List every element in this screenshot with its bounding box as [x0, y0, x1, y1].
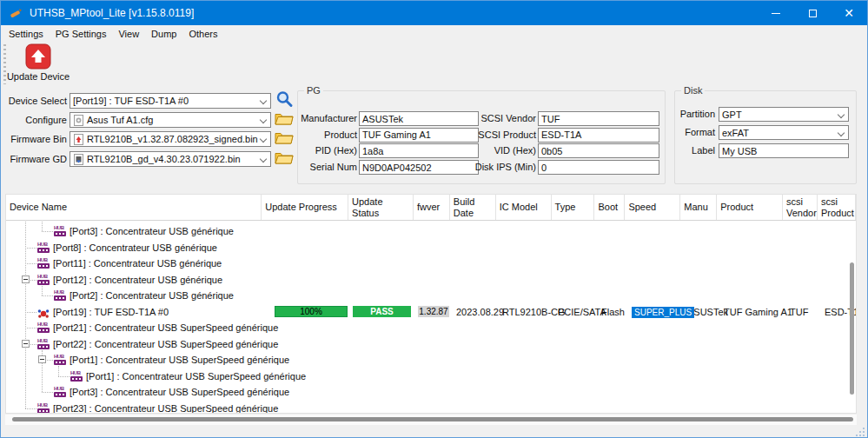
tree-row-port[interactable]: HUB[Port2] : Concentrateur USB générique [6, 288, 856, 303]
menu-item-view[interactable]: View [112, 27, 145, 41]
vertical-scrollbar[interactable] [850, 262, 854, 395]
pg-field-label: Disk IPS (Min) [475, 160, 536, 175]
browse-file-button[interactable] [274, 130, 295, 148]
chevron-down-icon [260, 156, 267, 163]
combo-value: [Port19] : TUF ESD-T1A #0 [73, 96, 189, 106]
column-header-build-date[interactable]: Build Date [450, 195, 496, 220]
cell-speed: SUPER_PLUS [632, 306, 694, 318]
pg-field-product[interactable] [359, 128, 479, 143]
pg-field-label: Serial Num [310, 160, 357, 175]
toolbar: Update Device [1, 42, 867, 87]
tree-expander-collapse[interactable] [22, 275, 30, 283]
tree-item-label: [Port3] : Concentrateur USB SuperSpeed g… [70, 384, 289, 400]
speed-badge: SUPER_PLUS [632, 307, 694, 318]
usb-hub-icon: HUB [54, 289, 68, 302]
tree-item-label: [Port22] : Concentrateur USB SuperSpeed … [53, 336, 278, 352]
horizontal-scrollbar[interactable] [5, 415, 857, 425]
pg-field-label: SCSI Vendor [480, 111, 536, 126]
combo-value: RTL9210B_v1.32.87.082923_signed.bin [87, 134, 258, 144]
tree-row-port[interactable]: HUB[Port22] : Concentrateur USB SuperSpe… [6, 336, 856, 352]
disk-select-partition[interactable]: GPT [719, 107, 849, 122]
cell-type: PCIE/SATA [558, 306, 606, 318]
tree-row-port[interactable]: HUB[Port11] : Concentrateur USB génériqu… [6, 256, 856, 271]
column-header-speed[interactable]: Speed [625, 195, 680, 220]
bin-file-icon [73, 134, 84, 145]
browse-file-button[interactable] [274, 111, 295, 129]
usb-hub-icon: HUB [70, 370, 84, 382]
resize-grip[interactable] [856, 428, 865, 436]
pg-field-serial-num[interactable] [359, 160, 479, 175]
pg-field-pid-hex-[interactable] [359, 143, 479, 158]
tree-row-port[interactable]: [Port19] : TUF ESD-T1A #0100%PASS1.32.87… [6, 304, 856, 320]
pg-field-scsi-product[interactable] [538, 128, 659, 143]
usb-hub-icon: HUB [37, 242, 51, 254]
column-header-scsi-vendor[interactable]: scsi Vendor [783, 195, 818, 220]
tree-connector [42, 231, 53, 232]
combo-value: exFAT [722, 128, 749, 138]
tree-row-port[interactable]: HUB[Port3] : Concentrateur USB générique [6, 223, 856, 239]
disk-field-label: Partition [680, 107, 715, 122]
combo-value: Asus Tuf A1.cfg [87, 115, 153, 125]
window-title: UTHSB_MPtool_Lite [v1.15.8.0119] [30, 7, 194, 19]
tree-row-port[interactable]: HUB[Port8] : Concentrateur USB générique [6, 240, 856, 256]
tree-row-port[interactable]: HUB[Port3] : Concentrateur USB SuperSpee… [6, 384, 856, 400]
maximize-button[interactable] [794, 1, 831, 25]
menu-item-others[interactable]: Others [182, 27, 223, 41]
menu-item-settings[interactable]: Settings [3, 27, 50, 41]
device-panel-label: Configure [6, 112, 67, 128]
combo-value: GPT [722, 110, 742, 120]
menu-item-dump[interactable]: Dump [145, 27, 182, 41]
browse-file-button[interactable] [274, 150, 295, 168]
chevron-down-icon [838, 111, 845, 118]
tree-expander-collapse[interactable] [22, 340, 30, 348]
column-header-update-progress[interactable]: Update Progress [262, 195, 348, 220]
pg-field-disk-ips-min-[interactable] [538, 160, 659, 175]
update-device-icon [23, 43, 53, 70]
menu-item-pg-settings[interactable]: PG Settings [50, 27, 113, 41]
combo-configure[interactable]: Asus Tuf A1.cfg [70, 112, 271, 128]
tree-row-port[interactable]: HUB[Port23] : Concentrateur USB SuperSpe… [6, 401, 856, 414]
minimize-button[interactable] [758, 1, 794, 25]
column-header-scsi-product[interactable]: scsi Product [818, 195, 856, 220]
tree-connector [42, 392, 53, 393]
combo-device-select[interactable]: [Port19] : TUF ESD-T1A #0 [70, 93, 271, 109]
pg-field-scsi-vendor[interactable] [538, 111, 659, 126]
tree-row-port[interactable]: HUB[Port12] : Concentrateur USB génériqu… [6, 272, 856, 288]
column-header-product[interactable]: Product [717, 195, 783, 220]
search-device-button[interactable] [274, 92, 295, 110]
cell-ic-model: RTL9210B-CG [502, 306, 566, 318]
horizontal-scrollbar-thumb[interactable] [12, 417, 853, 421]
pg-group-title: PG [304, 85, 323, 96]
pg-field-manufacturer[interactable] [359, 111, 479, 126]
tree-row-port[interactable]: HUB[Port1] : Concentrateur USB SuperSpee… [6, 352, 856, 368]
pg-field-vid-hex-[interactable] [538, 143, 659, 158]
tree-row-port[interactable]: HUB[Port1] : Concentrateur USB SuperSpee… [6, 368, 856, 384]
disk-select-format[interactable]: exFAT [719, 125, 849, 140]
combo-firmware-gd[interactable]: RTL9210B_gd_v4.30.23.071922.bin [70, 151, 271, 167]
tree-expander-collapse[interactable] [38, 355, 46, 363]
column-header-update-status[interactable]: Update Status [348, 195, 414, 220]
column-header-device-name[interactable]: Device Name [6, 195, 262, 220]
column-header-boot[interactable]: Boot [594, 195, 625, 220]
close-button[interactable]: ✕ [831, 1, 867, 25]
tree-item-label: [Port3] : Concentrateur USB générique [70, 223, 234, 239]
tree-connector [25, 408, 36, 409]
tree-connector [25, 328, 36, 328]
usb-hub-icon: HUB [37, 274, 51, 286]
config-file-icon [73, 115, 84, 126]
device-table: Device NameUpdate ProgressUpdate Statusf… [5, 194, 857, 414]
cell-scsi-vendor: TUF [790, 306, 808, 318]
tree-row-port[interactable]: HUB[Port21] : Concentrateur USB SuperSpe… [6, 320, 856, 335]
column-header-type[interactable]: Type [552, 195, 595, 220]
column-header-manu[interactable]: Manu [680, 195, 717, 220]
status-badge: PASS [353, 306, 411, 317]
minimize-icon [772, 13, 780, 14]
combo-firmware-bin[interactable]: RTL9210B_v1.32.87.082923_signed.bin [70, 131, 271, 147]
toolbar-gripper[interactable] [3, 44, 6, 84]
column-header-fwver[interactable]: fwver [414, 195, 450, 220]
usb-hub-icon: HUB [54, 225, 68, 237]
tree-connector [25, 263, 36, 264]
disk-field-label[interactable] [719, 143, 849, 158]
column-header-ic-model[interactable]: IC Model [496, 195, 552, 220]
update-device-button[interactable]: Update Device [10, 43, 67, 85]
